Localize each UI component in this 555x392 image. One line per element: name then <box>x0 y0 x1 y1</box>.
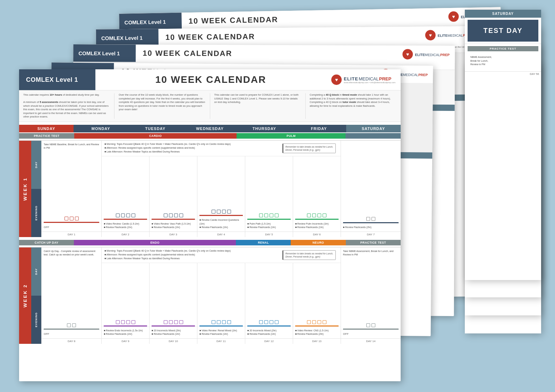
brand-name-row: ELITE MEDICAL PREP <box>344 76 395 81</box>
cb-wf4 <box>323 320 326 324</box>
week2-day14-num: DAY 14 <box>341 338 401 344</box>
week2-inst3: ■ Late Afternoon: Review Weaker Topics a… <box>104 256 278 260</box>
week2-sat-eve: OFF <box>341 330 401 338</box>
week1-sunday-off: OFF <box>44 225 99 229</box>
cb-wt3 <box>174 320 178 324</box>
week1-inst3: ■ Late Afternoon: Review Weaker Topics a… <box>104 150 278 154</box>
cb-ws1 <box>366 323 370 327</box>
cb-w3 <box>222 210 226 214</box>
cb-wr3 <box>222 320 226 324</box>
cb-w4 <box>227 210 231 214</box>
week1-thu-eve: ■ Pulm Path (1.5-1hr)■ Review Flashcards… <box>245 220 293 232</box>
week2-wed-eve: ■ Video Review: Renal Mixed (1hr)■ Revie… <box>197 326 245 338</box>
week1-label: WEEK 1 <box>19 141 31 237</box>
rpp5-content: NBME Assessment,Break for Lunch,Review i… <box>468 53 538 69</box>
week1-section: WEEK 1 DAY EVENING Take NBME Baseline, B… <box>19 140 401 237</box>
cb-ws2 <box>372 323 375 327</box>
week1-mon-text: ■ Video Review: Cardio (1.5-1hr)■ Review… <box>104 222 147 229</box>
week1-sunday-text: Take NBME Baseline, Break for Lunch, and… <box>44 143 99 150</box>
week2-brace: Remember to take breaks as needed for Lu… <box>282 250 336 260</box>
subj-w2-catchup: CATCH UP DAY <box>19 240 74 245</box>
p3-prep: PREP <box>440 53 450 57</box>
dow-sunday: SUNDAY <box>19 125 74 132</box>
week2-fri-cb <box>293 319 341 325</box>
week2-sun-cb <box>42 322 101 329</box>
week2-day9-num: DAY 9 <box>102 338 149 344</box>
cb-wm2 <box>121 320 125 324</box>
page3-title-center: 10 WEEK CALENDAR <box>136 45 397 63</box>
rpp5-section: PRACTICE TEST NBME Assessment,Break for … <box>465 44 541 72</box>
week1-sat-eve: ■ Review Flashcards (2hr) <box>341 223 401 232</box>
week1-thu-text: ■ Pulm Path (1.5-1hr)■ Review Flashcards… <box>247 222 291 229</box>
week1-shared-cols: ■ Morning: Topic-Focused QBank 40 Q in T… <box>102 141 341 237</box>
week1-brace-area: Remember to take breaks as needed for Lu… <box>280 142 338 155</box>
cb-m1 <box>116 214 120 217</box>
week2-day10-num: DAY 10 <box>150 338 197 344</box>
week2-tue-cb <box>150 319 197 325</box>
week1-sunday-eve: OFF <box>42 223 101 231</box>
week2-subject-strip: CATCH UP DAY ENDO RENAL NEURO PRACTICE T… <box>19 240 401 245</box>
subj-w1-practice: PRACTICE TEST <box>19 133 74 139</box>
week1-fri-text: ■ Review Pulm Incorrects (1hr)■ Review F… <box>295 222 339 229</box>
cb-wf2 <box>312 320 316 324</box>
p3-elite: ELITE <box>415 53 425 57</box>
week1-sat-text: ■ Review Flashcards (2hr) <box>343 226 399 229</box>
cb-wm1 <box>116 320 120 324</box>
week2-thu-top <box>245 263 293 319</box>
week2-tue-eve: ■ 20 Incorrects Mixed (2hr)■ Review Flas… <box>150 326 197 338</box>
cb-wth1 <box>259 320 263 324</box>
info-col-3: This calendar can be used to prepare for… <box>210 93 306 119</box>
week1-subject-strip: PRACTICE TEST CARDIO PULM <box>19 133 401 139</box>
cb-wr1 <box>212 320 215 324</box>
week1-sunday-cb <box>42 215 101 222</box>
p4-medical: MEDICAL <box>447 34 463 37</box>
week2-shared-cols: ■ Morning: Topic-Focused QBank 40 Q in T… <box>102 247 341 344</box>
page4-title-center: 10 WEEK CALENDAR <box>159 27 420 46</box>
week2-sat-cb <box>341 322 401 329</box>
cb-wm4 <box>131 320 135 324</box>
info-strip: This calendar requires 10+ hours of dedi… <box>19 90 401 122</box>
cb-f2 <box>312 214 316 217</box>
week2-days-row: ■ Review Endo Incorrects (1.5x-1hr)■ Rev… <box>102 263 341 344</box>
cb-s1 <box>67 323 71 327</box>
week1-inst1: ■ Morning: Topic-Focused QBank 40 Q in T… <box>104 142 278 146</box>
week2-sun-off: OFF <box>44 332 99 336</box>
brand-prep-text: PREP <box>379 76 391 81</box>
week2-tue-top <box>150 263 197 319</box>
cb-f1 <box>307 214 311 217</box>
week2-thu-text: ■ 20 Incorrects Mixed (2hr)■ Review Flas… <box>247 329 291 336</box>
week1-mon-eve: ■ Video Review: Cardio (1.5-1hr)■ Review… <box>102 220 149 232</box>
week2-fri-text: ■ Video Review: CNS (1.5-1hr)■ Review Fl… <box>295 329 339 336</box>
right-panel-5: SATURDAY TEST DAY PRACTICE TEST NBME Ass… <box>465 10 541 280</box>
week1-shared-instructions: ■ Morning: Topic-Focused QBank 40 Q in T… <box>102 141 341 156</box>
week2-content: Catch Up Day - Complete review of assess… <box>42 247 401 344</box>
week2-sat-off: OFF <box>343 332 399 336</box>
week1-fri-cb <box>293 212 341 219</box>
week1-brace: Remember to take breaks as needed for Lu… <box>282 143 336 153</box>
week2-day12-num: DAY 12 <box>245 338 293 344</box>
week2-mon-col: ■ Review Endo Incorrects (1.5x-1hr)■ Rev… <box>102 263 150 344</box>
cb-f3 <box>317 214 321 217</box>
cb3 <box>75 217 79 220</box>
week2-shared-instructions: ■ Morning: Topic-Focused QBank 40 Q in T… <box>102 247 341 263</box>
week1-day2-num: DAY 2 <box>102 232 149 237</box>
week1-day7-num: DAY 7 <box>341 232 401 237</box>
subj-w2-neuro: NEURO <box>291 240 345 245</box>
week2-tue-col: ■ 20 Incorrects Mixed (2hr)■ Review Flas… <box>150 263 197 344</box>
week1-day5-num: DAY 5 <box>245 232 293 237</box>
week1-tue-col: ■ Video Review: Vasc Path (1.5-1hr)■ Rev… <box>150 156 197 237</box>
p3-medical: MEDICAL <box>425 53 440 57</box>
cb-s1 <box>366 217 370 221</box>
page3-title-left: COMLEX Level 1 <box>73 44 136 62</box>
week2-sat-col: Take NBME Assessment, Break for Lunch, a… <box>341 247 401 344</box>
cb-wth2 <box>264 320 268 324</box>
cb-wf1 <box>307 320 311 324</box>
week2-mon-top <box>102 263 149 319</box>
week2-mon-text: ■ Review Endo Incorrects (1.5x-1hr)■ Rev… <box>104 329 147 336</box>
week1-day6-num: DAY 6 <box>293 232 341 237</box>
brand-elite-text: ELITE <box>344 76 358 81</box>
cb-th1 <box>259 214 263 217</box>
dow-friday: FRIDAY <box>292 125 346 132</box>
subj-w2-renal: RENAL <box>236 240 291 245</box>
week2-day8-num: DAY 8 <box>42 338 101 344</box>
